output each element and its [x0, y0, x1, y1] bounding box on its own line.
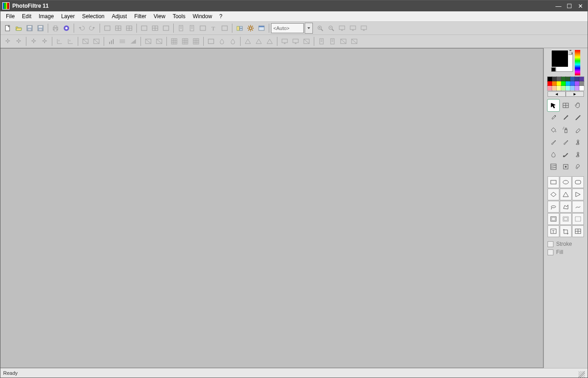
toolbar-separator: [78, 37, 78, 46]
layer-tool-icon[interactable]: [560, 99, 572, 111]
menu-tools[interactable]: Tools: [169, 12, 189, 21]
palette-swatch[interactable]: [570, 81, 575, 86]
shape-inset-b[interactable]: [560, 213, 572, 225]
toolbar-separator: [104, 37, 104, 46]
fx-b-icon: [290, 36, 301, 47]
swap-colors-icon[interactable]: [568, 50, 573, 55]
svg-rect-4: [552, 218, 555, 220]
automate-icon[interactable]: [245, 23, 256, 34]
shape-rectangle[interactable]: [548, 176, 559, 188]
menu-help[interactable]: ?: [216, 12, 226, 21]
resize-grip-icon[interactable]: [578, 371, 585, 378]
shape-triangle-right[interactable]: [572, 189, 584, 200]
palette-swatch[interactable]: [552, 81, 557, 86]
shape-rounded-rect[interactable]: [572, 176, 584, 188]
spectrum-picker[interactable]: [575, 50, 580, 75]
menu-file[interactable]: File: [2, 12, 18, 21]
blur-outline-icon: [227, 36, 238, 47]
retouch-tool-icon[interactable]: [560, 161, 572, 173]
new-file-icon[interactable]: [2, 23, 13, 34]
toolbar-separator: [74, 24, 74, 33]
palette-swatch[interactable]: [552, 86, 557, 90]
twain-icon[interactable]: [61, 23, 72, 34]
palette-swatch[interactable]: [566, 81, 570, 86]
window-close-button[interactable]: ✕: [575, 2, 586, 10]
deform-tool-icon[interactable]: [548, 161, 559, 173]
toolbar-separator: [48, 24, 48, 33]
palette-swatch[interactable]: [548, 77, 552, 81]
explorer-icon[interactable]: [234, 23, 245, 34]
palette-swatch[interactable]: [579, 77, 584, 81]
window-maximize-button[interactable]: ☐: [564, 2, 575, 10]
palette-swatch[interactable]: [548, 81, 552, 86]
palette-swatch[interactable]: [575, 81, 579, 86]
window-minimize-button[interactable]: —: [553, 2, 564, 10]
palette-swatch[interactable]: [557, 86, 561, 90]
stamp-tool-icon[interactable]: [572, 136, 584, 148]
canvas-area[interactable]: [0, 48, 543, 368]
open-file-icon[interactable]: [13, 23, 24, 34]
shape-freeform[interactable]: [572, 201, 584, 213]
palette-swatch[interactable]: [557, 77, 561, 81]
palette-swatch[interactable]: [570, 86, 575, 90]
palette-swatch[interactable]: [561, 77, 566, 81]
shape-grid[interactable]: [572, 225, 584, 237]
shape-triangle[interactable]: [560, 189, 572, 200]
shape-ellipse[interactable]: [560, 176, 572, 188]
palette-swatch[interactable]: [575, 86, 579, 90]
shape-text-box[interactable]: T: [548, 225, 559, 237]
contrast-minus-icon: [28, 36, 39, 47]
pipette-tool-icon[interactable]: [548, 112, 559, 124]
menu-edit[interactable]: Edit: [18, 12, 35, 21]
palette-swatch[interactable]: [579, 86, 584, 90]
menu-image[interactable]: Image: [35, 12, 57, 21]
eraser-tool-icon[interactable]: [572, 124, 584, 136]
stroke-label: Stroke: [556, 241, 572, 247]
palette-swatch[interactable]: [561, 81, 566, 86]
zoom-dropdown-button[interactable]: [305, 23, 313, 34]
shape-inset-a[interactable]: [548, 213, 559, 225]
palette-next-button[interactable]: ►: [566, 91, 584, 97]
toolbar-separator: [173, 24, 174, 33]
palette-swatch[interactable]: [570, 77, 575, 81]
palette-swatch[interactable]: [579, 81, 584, 86]
palette-swatch[interactable]: [552, 77, 557, 81]
gamma-minus-icon: [54, 36, 65, 47]
shape-lasso[interactable]: [548, 201, 559, 213]
zoom-combo[interactable]: <Auto>: [271, 23, 304, 33]
palette-prev-button[interactable]: ◄: [548, 91, 566, 97]
fill-checkbox[interactable]: Fill: [548, 249, 584, 255]
line-tool-icon[interactable]: [572, 112, 584, 124]
hand-tool-icon[interactable]: [572, 99, 584, 111]
preferences-icon[interactable]: [256, 23, 267, 34]
wand-tool-icon[interactable]: [560, 112, 572, 124]
shape-diamond[interactable]: [548, 189, 559, 200]
hue-down-icon: [154, 36, 165, 47]
palette-swatch[interactable]: [548, 86, 552, 90]
brush-tool-icon[interactable]: [548, 136, 559, 148]
menu-adjust[interactable]: Adjust: [108, 12, 131, 21]
stroke-checkbox[interactable]: Stroke: [548, 241, 584, 247]
art-tool-icon[interactable]: [572, 161, 584, 173]
foreground-color-swatch[interactable]: [551, 50, 568, 67]
palette-swatch[interactable]: [561, 86, 566, 90]
menu-filter[interactable]: Filter: [131, 12, 150, 21]
selection-tool-icon[interactable]: [548, 99, 559, 111]
menu-selection[interactable]: Selection: [78, 12, 108, 21]
menu-view[interactable]: View: [150, 12, 169, 21]
palette-swatch[interactable]: [575, 77, 579, 81]
menu-window[interactable]: Window: [189, 12, 216, 21]
shape-inset-c[interactable]: [572, 213, 584, 225]
shape-poly-lasso[interactable]: [560, 201, 572, 213]
shape-crop[interactable]: [560, 225, 572, 237]
palette-swatch[interactable]: [557, 81, 561, 86]
palette-swatch[interactable]: [566, 86, 570, 90]
blur-tool-icon[interactable]: [548, 149, 559, 160]
adv-brush-tool-icon[interactable]: [560, 136, 572, 148]
smudge-tool-icon[interactable]: [560, 149, 572, 160]
palette-swatch[interactable]: [566, 77, 570, 81]
fill-tool-icon[interactable]: [548, 124, 559, 136]
menu-layer[interactable]: Layer: [57, 12, 78, 21]
spray-tool-icon[interactable]: [560, 124, 572, 136]
clone-tool-icon[interactable]: [572, 149, 584, 160]
